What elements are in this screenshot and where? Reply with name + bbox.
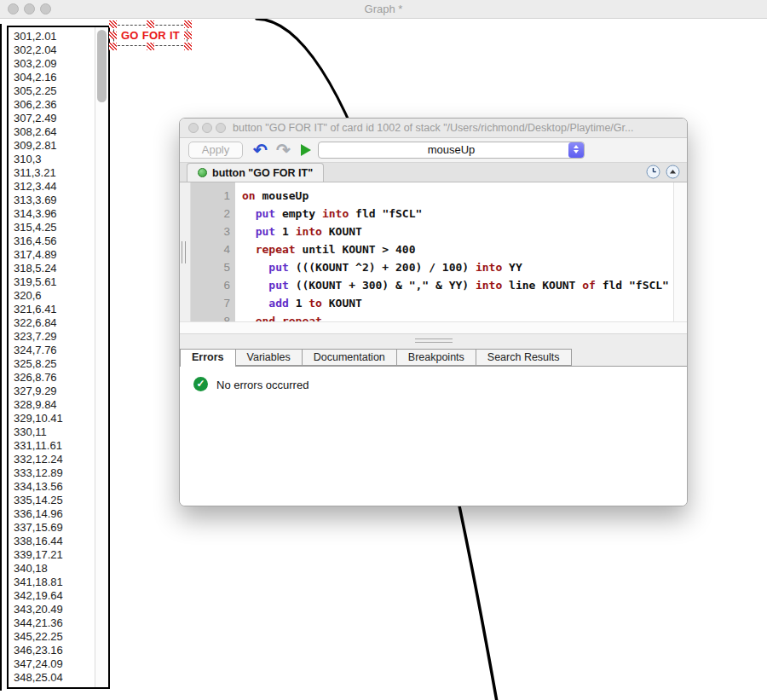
list-line: 321,6.41 xyxy=(14,303,95,316)
selection-handle[interactable] xyxy=(184,43,192,50)
list-line: 305,2.25 xyxy=(14,84,95,98)
list-line: 319,5.61 xyxy=(14,275,95,289)
line-number[interactable]: 3 xyxy=(191,223,230,240)
list-line: 301,2.01 xyxy=(14,30,95,43)
code-vertical-scrollbar[interactable] xyxy=(673,182,687,321)
list-line: 342,19.64 xyxy=(14,589,95,603)
code-line[interactable]: end repeat xyxy=(242,312,673,321)
list-line: 316,4.56 xyxy=(14,234,95,248)
tab-documentation[interactable]: Documentation xyxy=(302,349,397,366)
code-line[interactable]: put empty into fld "fSCL" xyxy=(242,205,673,223)
list-line: 330,11 xyxy=(14,425,95,439)
errors-panel: ✓ No errors occurred xyxy=(180,367,687,506)
list-line: 326,8.76 xyxy=(14,371,95,385)
line-number[interactable]: 2 xyxy=(191,205,230,223)
card-edge-line xyxy=(0,24,2,691)
tab-search-results[interactable]: Search Results xyxy=(476,349,572,366)
list-line: 334,13.56 xyxy=(14,480,95,494)
stack-window-title: Graph * xyxy=(0,0,767,18)
list-line: 310,3 xyxy=(14,153,95,166)
list-line: 304,2.16 xyxy=(14,71,95,84)
script-code[interactable]: on mouseUp put empty into fld "fSCL" put… xyxy=(235,182,673,321)
stack-window-titlebar: Graph * xyxy=(0,0,767,19)
history-clock-icon[interactable] xyxy=(646,165,660,179)
list-line: 306,2.36 xyxy=(14,98,95,112)
collapse-panel-icon[interactable] xyxy=(666,165,680,179)
list-line: 327,9.29 xyxy=(14,385,95,398)
editor-minimize-button[interactable] xyxy=(202,123,212,133)
selection-handle[interactable] xyxy=(109,20,117,28)
run-icon[interactable] xyxy=(301,144,311,156)
tab-breakpoints[interactable]: Breakpoints xyxy=(396,349,476,366)
list-line: 337,15.69 xyxy=(14,521,95,535)
list-line: 336,14.96 xyxy=(14,507,95,521)
field-scrollbar[interactable] xyxy=(95,27,108,687)
dropdown-stepper-icon[interactable] xyxy=(568,142,584,158)
line-number[interactable]: 6 xyxy=(191,276,230,294)
editor-zoom-button[interactable] xyxy=(216,123,226,133)
selection-handle[interactable] xyxy=(147,43,154,50)
code-line[interactable]: put 1 into KOUNT xyxy=(242,223,673,240)
pane-splitter[interactable] xyxy=(180,333,687,349)
undo-icon[interactable]: ↶ xyxy=(253,138,268,162)
selection-handle[interactable] xyxy=(109,43,117,50)
success-check-icon: ✓ xyxy=(193,377,208,391)
list-line: 338,16.44 xyxy=(14,535,95,548)
list-line: 324,7.76 xyxy=(14,344,95,357)
code-line[interactable]: repeat until KOUNT > 400 xyxy=(242,240,673,258)
bottom-tabbar: ErrorsVariablesDocumentationBreakpointsS… xyxy=(180,349,687,367)
code-line[interactable]: put ((KOUNT + 300) & "," & YY) into line… xyxy=(242,276,673,294)
line-number[interactable]: 4 xyxy=(191,240,230,258)
line-number[interactable]: 1 xyxy=(191,187,230,205)
list-line: 341,18.81 xyxy=(14,576,95,589)
coordinates-field[interactable]: 301,2.01302,2.04303,2.09304,2.16305,2.25… xyxy=(7,26,110,689)
list-line: 302,2.04 xyxy=(14,43,95,57)
list-line: 323,7.29 xyxy=(14,330,95,344)
tab-errors[interactable]: Errors xyxy=(180,349,236,367)
left-splitter-strip[interactable] xyxy=(180,182,191,321)
editor-toolbar: Apply ↶ ↷ mouseUp xyxy=(180,138,687,163)
tab-variables[interactable]: Variables xyxy=(235,349,303,366)
list-line: 331,11.61 xyxy=(14,439,95,453)
script-tabbar: button "GO FOR IT" xyxy=(180,163,687,182)
list-line: 328,9.84 xyxy=(14,398,95,412)
vertical-splitter-handle[interactable] xyxy=(182,241,186,263)
list-line: 325,8.25 xyxy=(14,357,95,371)
code-line[interactable]: put (((KOUNT ^2) + 200) / 100) into YY xyxy=(242,258,673,276)
horizontal-splitter-handle[interactable] xyxy=(415,338,453,343)
selection-handle[interactable] xyxy=(109,32,117,39)
selection-handle[interactable] xyxy=(184,32,192,39)
list-line: 322,6.84 xyxy=(14,316,95,330)
list-line: 317,4.89 xyxy=(14,248,95,262)
list-line: 348,25.04 xyxy=(14,671,95,685)
editor-titlebar[interactable]: button "GO FOR IT" of card id 1002 of st… xyxy=(180,119,687,138)
script-tab[interactable]: button "GO FOR IT" xyxy=(187,163,324,182)
handler-dropdown-value: mouseUp xyxy=(319,142,584,158)
selection-handle[interactable] xyxy=(147,20,154,28)
code-line[interactable]: on mouseUp xyxy=(242,187,673,205)
list-line: 307,2.49 xyxy=(14,112,95,125)
field-scrollbar-thumb[interactable] xyxy=(97,30,107,102)
code-line[interactable]: add 1 to KOUNT xyxy=(242,294,673,312)
coordinate-list: 301,2.01302,2.04303,2.09304,2.16305,2.25… xyxy=(9,27,95,687)
line-number[interactable]: 7 xyxy=(191,294,230,312)
list-line: 329,10.41 xyxy=(14,412,95,425)
list-line: 335,14.25 xyxy=(14,494,95,507)
list-line: 303,2.09 xyxy=(14,57,95,71)
list-line: 345,22.25 xyxy=(14,630,95,644)
handler-dropdown[interactable]: mouseUp xyxy=(318,142,585,159)
list-line: 343,20.49 xyxy=(14,603,95,616)
list-line: 318,5.24 xyxy=(14,262,95,275)
code-horizontal-scrollbar[interactable] xyxy=(180,321,687,333)
go-for-it-button[interactable]: GO FOR IT xyxy=(113,25,187,46)
script-tab-label: button "GO FOR IT" xyxy=(212,167,313,179)
list-line: 308,2.64 xyxy=(14,125,95,139)
list-line: 333,12.89 xyxy=(14,466,95,480)
selection-handle[interactable] xyxy=(184,20,192,28)
list-line: 314,3.96 xyxy=(14,207,95,221)
redo-icon[interactable]: ↷ xyxy=(276,138,291,162)
list-line: 309,2.81 xyxy=(14,139,95,153)
apply-button[interactable]: Apply xyxy=(188,142,243,159)
editor-close-button[interactable] xyxy=(188,123,199,133)
line-number[interactable]: 5 xyxy=(191,258,230,276)
